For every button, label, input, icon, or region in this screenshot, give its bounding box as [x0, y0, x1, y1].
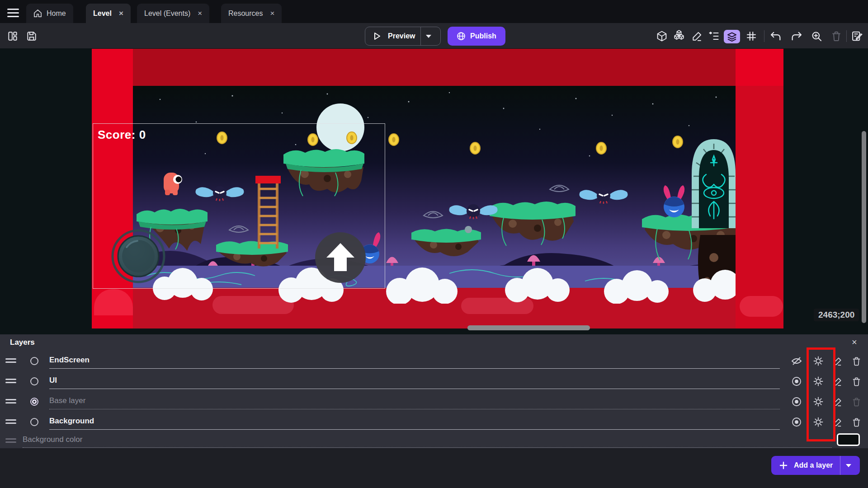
drag-handle-icon[interactable]: [5, 357, 16, 365]
layer-name-underline: [49, 368, 780, 369]
preview-label: Preview: [388, 32, 415, 40]
play-icon: [373, 32, 382, 41]
visible-icon[interactable]: [790, 395, 803, 408]
tab-label: Resources: [228, 9, 263, 18]
divider: [840, 456, 840, 475]
layout-icon[interactable]: [5, 29, 20, 43]
layer-radio[interactable]: [30, 377, 39, 386]
background-color-underline: [23, 447, 832, 448]
toolbar-separator: [846, 30, 847, 42]
toolbar: Preview Publish: [0, 23, 868, 48]
portal-arch[interactable]: [692, 139, 736, 228]
close-icon[interactable]: ×: [270, 9, 274, 18]
background-color-swatch[interactable]: [837, 433, 860, 446]
tab-bar: Home Level × Level (Events) × Resources …: [0, 0, 868, 23]
layer-radio[interactable]: [30, 357, 39, 366]
tab-home[interactable]: Home: [26, 4, 73, 23]
close-icon[interactable]: ×: [119, 9, 123, 18]
instances-list-icon[interactable]: [707, 29, 722, 43]
tab-label: Level: [93, 9, 112, 18]
drag-handle-icon[interactable]: [5, 377, 16, 385]
level-wall-right[interactable]: [736, 49, 783, 328]
delete-icon[interactable]: [850, 375, 863, 388]
layer-name-underline: [49, 388, 780, 389]
edit-icon[interactable]: [690, 29, 704, 43]
save-icon[interactable]: [24, 29, 39, 43]
bottom-bar: Add a layer: [0, 448, 868, 488]
layer-name-field: Base layer: [49, 396, 85, 405]
preview-dropdown-icon[interactable]: [425, 34, 432, 38]
visible-icon[interactable]: [790, 375, 803, 388]
object-icon[interactable]: [655, 29, 669, 43]
score-text[interactable]: Score: 0: [98, 128, 146, 142]
layers-panel: Layers × EndScreen UI: [0, 334, 868, 448]
layers-panel-title: Layers: [10, 338, 35, 347]
add-layer-label: Add a layer: [794, 461, 833, 469]
level-wall-corner[interactable]: [736, 49, 783, 86]
close-icon[interactable]: ×: [852, 337, 857, 347]
wall-decoration: [740, 296, 783, 317]
add-layer-dropdown-icon[interactable]: [845, 463, 852, 468]
preview-button[interactable]: Preview: [365, 27, 441, 46]
selection-rectangle[interactable]: [93, 123, 385, 289]
scene-properties-icon[interactable]: [850, 29, 864, 43]
layer-radio-selected[interactable]: [30, 397, 39, 406]
drag-handle-icon[interactable]: [5, 397, 16, 405]
layer-name-underline: [49, 408, 780, 409]
layer-radio[interactable]: [30, 418, 39, 427]
toolbar-separator: [764, 30, 764, 42]
publish-label: Publish: [470, 32, 496, 40]
tab-label: Level (Events): [144, 9, 190, 18]
tab-level[interactable]: Level ×: [86, 4, 131, 23]
layers-icon: [726, 31, 737, 42]
objects-group-icon[interactable]: [672, 29, 686, 43]
drag-handle-icon: [5, 436, 16, 445]
layer-name-field[interactable]: Background: [49, 417, 94, 426]
gdevelop-editor-window: Home Level × Level (Events) × Resources …: [0, 0, 868, 488]
horizontal-scrollbar[interactable]: [467, 325, 590, 330]
hidden-icon[interactable]: [790, 355, 803, 367]
add-layer-button[interactable]: Add a layer: [771, 456, 860, 475]
plus-icon: [779, 461, 788, 469]
tab-level-events[interactable]: Level (Events) ×: [137, 4, 209, 23]
home-icon: [33, 9, 42, 18]
drag-handle-icon[interactable]: [5, 418, 16, 426]
visible-icon[interactable]: [790, 416, 803, 428]
divider: [420, 27, 421, 45]
annotation-highlight-rectangle: [807, 347, 835, 441]
level-wall-top[interactable]: [92, 49, 783, 86]
undo-icon[interactable]: [769, 29, 783, 43]
layer-name-underline: [49, 429, 780, 430]
layer-name-field[interactable]: EndScreen: [49, 356, 90, 365]
zoom-in-icon[interactable]: [809, 29, 824, 43]
delete-icon[interactable]: [850, 355, 863, 367]
delete-icon-disabled: [829, 29, 844, 43]
redo-icon[interactable]: [789, 29, 804, 43]
scene-editor-canvas[interactable]: Score: 0 2463;200: [0, 48, 868, 334]
globe-icon: [457, 32, 466, 41]
vertical-scrollbar[interactable]: [862, 131, 866, 323]
layer-name-field[interactable]: UI: [49, 376, 57, 385]
publish-button[interactable]: Publish: [448, 27, 505, 46]
tab-label: Home: [47, 9, 66, 18]
delete-icon-disabled: [850, 395, 863, 408]
grid-icon[interactable]: [744, 29, 759, 43]
layers-panel-toggle-active[interactable]: [724, 30, 740, 43]
menu-icon[interactable]: [5, 6, 21, 18]
tab-resources[interactable]: Resources ×: [221, 4, 282, 23]
cursor-coordinates-badge: 2463;200: [814, 309, 859, 321]
background-color-label: Background color: [23, 435, 82, 444]
delete-icon[interactable]: [850, 416, 863, 428]
close-icon[interactable]: ×: [198, 9, 202, 18]
